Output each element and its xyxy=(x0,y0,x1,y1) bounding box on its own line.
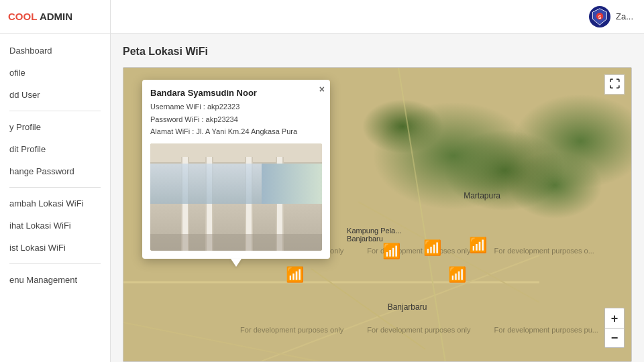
logo-admin: ADMIN xyxy=(37,11,72,22)
wifi-icon-2: 📶 xyxy=(382,244,400,259)
map-fullscreen-button[interactable]: ⛶ xyxy=(604,74,625,95)
map-watermark-3: For development purposes o... xyxy=(494,247,594,255)
main-content: S Za... Peta Lokasi WiFi xyxy=(111,0,644,362)
sidebar-item-edit-profile[interactable]: dit Profile xyxy=(0,139,110,160)
map-container[interactable]: For development purposes only For develo… xyxy=(123,67,632,362)
map-watermark-6: For development purposes pu... xyxy=(494,326,598,334)
sidebar-item-menu-management[interactable]: enu Management xyxy=(0,269,110,290)
map-label-kampung: Kampung Pela...Banjarbaru xyxy=(347,227,401,243)
sidebar-menu: Dashboard ofile dd User y Profile dit Pr… xyxy=(0,34,110,297)
map-watermark-5: For development purposes only xyxy=(367,326,470,334)
sidebar-item-lihat-lokasi[interactable]: ihat Lokasi WiFi xyxy=(0,215,110,236)
topbar-username: Za... xyxy=(616,11,633,21)
wifi-marker-1[interactable]: 📶 xyxy=(286,267,304,282)
page-content: Peta Lokasi WiFi For development purpose… xyxy=(111,34,644,362)
map-label-martapura: Martapura xyxy=(464,191,500,200)
page-title: Peta Lokasi WiFi xyxy=(123,46,632,58)
airport-outside xyxy=(262,164,322,204)
wifi-icon-3: 📶 xyxy=(423,241,441,255)
sidebar-divider-3 xyxy=(9,263,101,264)
wifi-marker-3[interactable]: 📶 xyxy=(423,241,441,255)
airport-interior xyxy=(150,143,322,251)
popup-password-label: Password WiFi : xyxy=(150,115,203,123)
airport-ceiling xyxy=(150,143,322,164)
popup-close-button[interactable]: × xyxy=(319,84,325,95)
map-popup: × Bandara Syamsudin Noor Username WiFi :… xyxy=(142,80,330,259)
logo-cool: COOL xyxy=(8,11,37,22)
popup-info: Username WiFi : akp22323 Password WiFi :… xyxy=(150,101,322,138)
svg-text:S: S xyxy=(598,14,602,19)
sidebar-item-dashboard[interactable]: Dashboard xyxy=(0,40,110,61)
sidebar-item-tambah-lokasi[interactable]: ambah Lokasi WiFi xyxy=(0,193,110,214)
zoom-in-button[interactable]: + xyxy=(604,308,625,328)
map-zoom-controls: + − xyxy=(604,308,625,348)
topbar: S Za... xyxy=(111,0,644,34)
avatar: S xyxy=(589,6,610,27)
sidebar: COOL ADMIN Dashboard ofile dd User y Pro… xyxy=(0,0,111,362)
popup-address-value: Jl. A Yani Km.24 Angkasa Pura xyxy=(196,127,297,135)
sidebar-item-profile-short[interactable]: ofile xyxy=(0,62,110,83)
popup-title: Bandara Syamsudin Noor xyxy=(150,88,322,98)
wifi-icon-5: 📶 xyxy=(448,267,466,282)
popup-address-label: Alamat WiFi : xyxy=(150,127,194,135)
map-watermark-4: For development purposes only xyxy=(240,326,343,334)
sidebar-item-list-lokasi[interactable]: ist Lokasi WiFi xyxy=(0,237,110,258)
sidebar-item-change-password[interactable]: hange Password xyxy=(0,161,110,182)
svg-line-8 xyxy=(398,68,445,361)
sidebar-item-add-user[interactable]: dd User xyxy=(0,84,110,105)
sidebar-header: COOL ADMIN xyxy=(0,0,110,34)
popup-username-label: Username WiFi : xyxy=(150,103,205,111)
popup-username-value: akp22323 xyxy=(207,103,239,111)
app-logo: COOL ADMIN xyxy=(8,11,72,22)
popup-password-value: akp23234 xyxy=(206,115,238,123)
wifi-icon-1: 📶 xyxy=(286,267,304,282)
sidebar-item-my-profile[interactable]: y Profile xyxy=(0,117,110,137)
map-label-banjarbaru: Banjarbaru xyxy=(388,302,427,312)
popup-tail xyxy=(231,259,241,267)
wifi-marker-2[interactable]: 📶 xyxy=(382,244,400,259)
fullscreen-icon[interactable]: ⛶ xyxy=(604,74,625,95)
school-crest-icon: S xyxy=(590,7,609,26)
zoom-out-button[interactable]: − xyxy=(604,328,625,348)
sidebar-divider-1 xyxy=(9,111,101,111)
sidebar-divider-2 xyxy=(9,187,101,188)
airport-floor xyxy=(150,234,322,251)
popup-image xyxy=(150,143,322,251)
wifi-marker-4[interactable]: 📶 xyxy=(469,238,487,253)
wifi-marker-5[interactable]: 📶 xyxy=(448,267,466,282)
topbar-user: S Za... xyxy=(589,6,633,27)
wifi-icon-4: 📶 xyxy=(469,238,487,253)
